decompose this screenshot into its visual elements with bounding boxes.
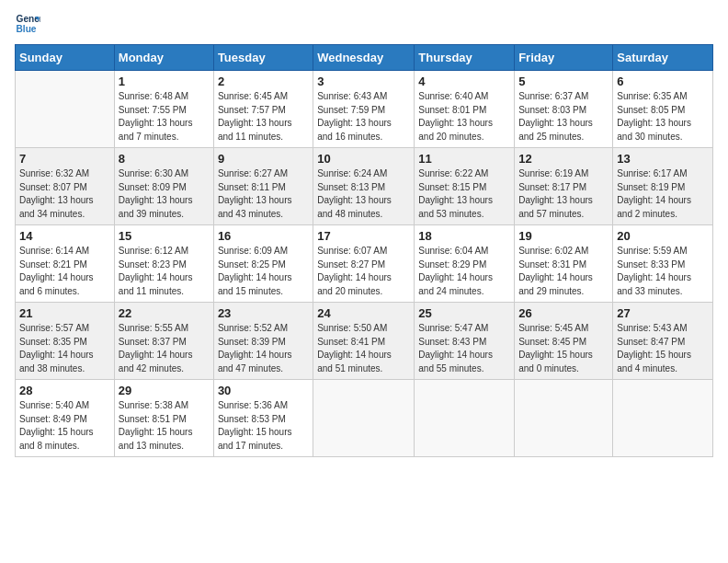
calendar-table: SundayMondayTuesdayWednesdayThursdayFrid… [15,44,713,457]
day-number: 18 [418,229,510,243]
day-info: Sunrise: 5:55 AMSunset: 8:37 PMDaylight:… [119,322,210,375]
svg-text:Blue: Blue [17,24,37,34]
day-info: Sunrise: 6:17 AMSunset: 8:19 PMDaylight:… [617,167,709,221]
day-info: Sunrise: 5:40 AMSunset: 8:49 PMDaylight:… [19,399,110,453]
page: General Blue SundayMondayTuesdayWednesda… [0,0,728,563]
day-number: 8 [119,152,210,166]
header: General Blue [15,11,713,37]
day-number: 11 [418,152,510,166]
day-info: Sunrise: 6:37 AMSunset: 8:03 PMDaylight:… [518,90,609,144]
calendar-cell: 13Sunrise: 6:17 AMSunset: 8:19 PMDayligh… [613,148,713,225]
day-info: Sunrise: 6:24 AMSunset: 8:13 PMDaylight:… [317,167,410,221]
logo-icon: General Blue [15,11,40,37]
calendar-cell [515,380,613,457]
calendar-cell: 5Sunrise: 6:37 AMSunset: 8:03 PMDaylight… [515,71,613,148]
day-number: 3 [317,75,410,88]
calendar-cell: 20Sunrise: 5:59 AMSunset: 8:33 PMDayligh… [613,225,713,303]
calendar-cell: 21Sunrise: 5:57 AMSunset: 8:35 PMDayligh… [16,303,115,380]
day-number: 15 [119,229,210,243]
col-header-wednesday: Wednesday [313,45,415,71]
day-number: 16 [218,229,309,243]
calendar-row-5: 28Sunrise: 5:40 AMSunset: 8:49 PMDayligh… [16,380,713,457]
col-header-tuesday: Tuesday [213,45,313,71]
day-info: Sunrise: 6:32 AMSunset: 8:07 PMDaylight:… [19,167,110,221]
day-info: Sunrise: 6:35 AMSunset: 8:05 PMDaylight:… [617,90,709,144]
calendar-cell: 24Sunrise: 5:50 AMSunset: 8:41 PMDayligh… [313,303,415,380]
col-header-sunday: Sunday [16,45,115,71]
day-info: Sunrise: 6:04 AMSunset: 8:29 PMDaylight:… [418,245,510,298]
day-info: Sunrise: 6:40 AMSunset: 8:01 PMDaylight:… [418,90,510,144]
calendar-cell [16,71,115,148]
day-number: 19 [518,229,609,243]
day-number: 20 [617,229,709,243]
day-number: 7 [19,152,110,166]
calendar-cell: 7Sunrise: 6:32 AMSunset: 8:07 PMDaylight… [16,148,115,225]
calendar-cell: 26Sunrise: 5:45 AMSunset: 8:45 PMDayligh… [515,303,613,380]
day-info: Sunrise: 6:27 AMSunset: 8:11 PMDaylight:… [218,167,309,221]
calendar-cell: 19Sunrise: 6:02 AMSunset: 8:31 PMDayligh… [515,225,613,303]
day-number: 28 [19,384,110,397]
day-number: 17 [317,229,410,243]
calendar-cell: 16Sunrise: 6:09 AMSunset: 8:25 PMDayligh… [213,225,313,303]
day-number: 24 [317,306,410,320]
calendar-cell: 25Sunrise: 5:47 AMSunset: 8:43 PMDayligh… [415,303,515,380]
calendar-row-4: 21Sunrise: 5:57 AMSunset: 8:35 PMDayligh… [16,303,713,380]
col-header-friday: Friday [515,45,613,71]
calendar-cell: 17Sunrise: 6:07 AMSunset: 8:27 PMDayligh… [313,225,415,303]
day-info: Sunrise: 6:07 AMSunset: 8:27 PMDaylight:… [317,245,410,298]
day-number: 12 [518,152,609,166]
day-info: Sunrise: 5:36 AMSunset: 8:53 PMDaylight:… [218,399,309,453]
calendar-cell: 8Sunrise: 6:30 AMSunset: 8:09 PMDaylight… [114,148,213,225]
calendar-cell: 12Sunrise: 6:19 AMSunset: 8:17 PMDayligh… [515,148,613,225]
day-number: 23 [218,306,309,320]
calendar-row-2: 7Sunrise: 6:32 AMSunset: 8:07 PMDaylight… [16,148,713,225]
day-number: 26 [518,306,609,320]
calendar-cell [415,380,515,457]
calendar-cell: 3Sunrise: 6:43 AMSunset: 7:59 PMDaylight… [313,71,415,148]
calendar-row-1: 1Sunrise: 6:48 AMSunset: 7:55 PMDaylight… [16,71,713,148]
day-number: 1 [119,75,210,88]
day-info: Sunrise: 5:47 AMSunset: 8:43 PMDaylight:… [418,322,510,375]
day-number: 22 [119,306,210,320]
calendar-cell: 18Sunrise: 6:04 AMSunset: 8:29 PMDayligh… [415,225,515,303]
day-info: Sunrise: 5:45 AMSunset: 8:45 PMDaylight:… [518,322,609,375]
day-info: Sunrise: 5:57 AMSunset: 8:35 PMDaylight:… [19,322,110,375]
day-info: Sunrise: 6:22 AMSunset: 8:15 PMDaylight:… [418,167,510,221]
calendar-row-3: 14Sunrise: 6:14 AMSunset: 8:21 PMDayligh… [16,225,713,303]
day-info: Sunrise: 5:50 AMSunset: 8:41 PMDaylight:… [317,322,410,375]
day-number: 2 [218,75,309,88]
day-number: 6 [617,75,709,88]
calendar-cell: 2Sunrise: 6:45 AMSunset: 7:57 PMDaylight… [213,71,313,148]
day-info: Sunrise: 6:43 AMSunset: 7:59 PMDaylight:… [317,90,410,144]
day-info: Sunrise: 5:43 AMSunset: 8:47 PMDaylight:… [617,322,709,375]
day-info: Sunrise: 6:12 AMSunset: 8:23 PMDaylight:… [119,245,210,298]
day-number: 25 [418,306,510,320]
day-number: 21 [19,306,110,320]
calendar-cell: 14Sunrise: 6:14 AMSunset: 8:21 PMDayligh… [16,225,115,303]
day-info: Sunrise: 6:48 AMSunset: 7:55 PMDaylight:… [119,90,210,144]
calendar-cell: 28Sunrise: 5:40 AMSunset: 8:49 PMDayligh… [16,380,115,457]
day-info: Sunrise: 5:59 AMSunset: 8:33 PMDaylight:… [617,245,709,298]
day-number: 29 [119,384,210,397]
day-info: Sunrise: 6:30 AMSunset: 8:09 PMDaylight:… [119,167,210,221]
calendar-cell: 15Sunrise: 6:12 AMSunset: 8:23 PMDayligh… [114,225,213,303]
day-number: 14 [19,229,110,243]
day-number: 13 [617,152,709,166]
calendar-cell: 29Sunrise: 5:38 AMSunset: 8:51 PMDayligh… [114,380,213,457]
calendar-cell: 10Sunrise: 6:24 AMSunset: 8:13 PMDayligh… [313,148,415,225]
calendar-cell: 22Sunrise: 5:55 AMSunset: 8:37 PMDayligh… [114,303,213,380]
calendar-cell: 27Sunrise: 5:43 AMSunset: 8:47 PMDayligh… [613,303,713,380]
calendar-cell [613,380,713,457]
day-info: Sunrise: 5:52 AMSunset: 8:39 PMDaylight:… [218,322,309,375]
calendar-cell: 23Sunrise: 5:52 AMSunset: 8:39 PMDayligh… [213,303,313,380]
day-info: Sunrise: 6:14 AMSunset: 8:21 PMDaylight:… [19,245,110,298]
day-number: 30 [218,384,309,397]
day-number: 27 [617,306,709,320]
day-info: Sunrise: 6:19 AMSunset: 8:17 PMDaylight:… [518,167,609,221]
calendar-cell: 11Sunrise: 6:22 AMSunset: 8:15 PMDayligh… [415,148,515,225]
day-info: Sunrise: 6:09 AMSunset: 8:25 PMDaylight:… [218,245,309,298]
calendar-cell: 9Sunrise: 6:27 AMSunset: 8:11 PMDaylight… [213,148,313,225]
calendar-cell: 1Sunrise: 6:48 AMSunset: 7:55 PMDaylight… [114,71,213,148]
day-info: Sunrise: 6:45 AMSunset: 7:57 PMDaylight:… [218,90,309,144]
col-header-monday: Monday [114,45,213,71]
